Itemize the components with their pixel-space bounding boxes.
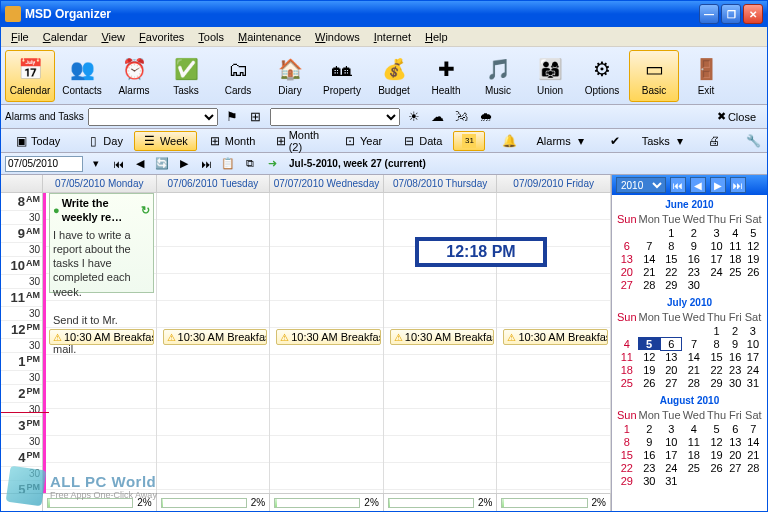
day-header[interactable]: 07/08/2010 Thursday (384, 175, 498, 192)
month2-view-button[interactable]: ⊞Month (2) (266, 126, 332, 156)
tasks-button[interactable]: ✅Tasks (161, 50, 211, 102)
percent-cell: 2% (384, 494, 498, 511)
close-button[interactable]: ✕ (743, 4, 763, 24)
menu-file[interactable]: File (5, 29, 35, 45)
event-item[interactable]: ⚠10:30 AM Breakfast…↻ (503, 329, 608, 345)
filter-icon-2[interactable]: ⊞ (246, 107, 266, 127)
health-icon: ✚ (432, 55, 460, 83)
event-item[interactable]: ⚠10:30 AM Breakfast…↻ (163, 329, 268, 345)
mini-calendar[interactable]: June 2010SunMonTueWedThuFriSat1234567891… (612, 195, 767, 293)
sun-icon[interactable]: ☀ (404, 107, 424, 127)
mini-calendar[interactable]: July 2010SunMonTueWedThuFriSat1234567891… (612, 293, 767, 391)
next-button[interactable]: ▶ (175, 155, 193, 173)
alarms-menu[interactable]: Alarms▾ (527, 131, 596, 151)
month-view-button[interactable]: ⊞Month (199, 131, 265, 151)
cards-button[interactable]: 🗂Cards (213, 50, 263, 102)
diary-icon: 🏠 (276, 55, 304, 83)
nav-icon-1[interactable]: 📋 (219, 155, 237, 173)
year-last[interactable]: ⏭ (730, 177, 746, 193)
nav-icon-2[interactable]: ⧉ (241, 155, 259, 173)
close-panel-button[interactable]: ✖ Close (710, 108, 763, 125)
day-column[interactable]: ●Write the weekly re…↻I have to write a … (43, 193, 157, 493)
health-button[interactable]: ✚Health (421, 50, 471, 102)
calendar-icon: 📅 (16, 55, 44, 83)
menu-tools[interactable]: Tools (192, 29, 230, 45)
tasks-menu[interactable]: Tasks▾ (633, 131, 696, 151)
year-bar: 2010 ⏮ ◀ ▶ ⏭ (612, 175, 767, 195)
print-icon: 🖨 (707, 134, 721, 148)
day-header[interactable]: 07/05/2010 Monday (43, 175, 157, 192)
menu-windows[interactable]: Windows (309, 29, 366, 45)
menu-favorites[interactable]: Favorites (133, 29, 190, 45)
alarms-button[interactable]: ⏰Alarms (109, 50, 159, 102)
data-icon: ⊟ (402, 134, 416, 148)
tool-button[interactable]: 🔧 (738, 131, 768, 151)
property-button[interactable]: 🏘Property (317, 50, 367, 102)
music-icon: 🎵 (484, 55, 512, 83)
mini-calendar[interactable]: August 2010SunMonTueWedThuFriSat12345678… (612, 391, 767, 489)
diary-button[interactable]: 🏠Diary (265, 50, 315, 102)
prev-button[interactable]: ◀ (131, 155, 149, 173)
property-icon: 🏘 (328, 55, 356, 83)
options-icon: ⚙ (588, 55, 616, 83)
view-toolbar: ▣Today ▯Day ☰Week ⊞Month ⊞Month (2) ⊡Yea… (1, 129, 767, 153)
cloud-icon[interactable]: ☁ (428, 107, 448, 127)
first-button[interactable]: ⏮ (109, 155, 127, 173)
minimize-button[interactable]: — (699, 4, 719, 24)
menu-view[interactable]: View (95, 29, 131, 45)
options-button[interactable]: ⚙Options (577, 50, 627, 102)
task-item[interactable]: ●Write the weekly re…↻I have to write a … (49, 193, 154, 293)
exit-button[interactable]: 🚪Exit (681, 50, 731, 102)
year-prev[interactable]: ◀ (690, 177, 706, 193)
calendar-area: 07/05/2010 Monday07/06/2010 Tuesday07/07… (1, 175, 612, 511)
day-view-button[interactable]: ▯Day (77, 131, 132, 151)
task-toggle[interactable]: ✔ (599, 131, 631, 151)
year-view-button[interactable]: ⊡Year (334, 131, 391, 151)
date-input[interactable] (5, 156, 83, 172)
budget-button[interactable]: 💰Budget (369, 50, 419, 102)
titlebar: MSD Organizer — ❐ ✕ (1, 1, 767, 27)
filter-icon-1[interactable]: ⚑ (222, 107, 242, 127)
rain-icon[interactable]: 🌧 (476, 107, 496, 127)
day-header[interactable]: 07/07/2010 Wednesday (270, 175, 384, 192)
day-column[interactable]: ⚠10:30 AM Breakfast…↻ (270, 193, 384, 493)
maximize-button[interactable]: ❐ (721, 4, 741, 24)
calendar-button[interactable]: 📅Calendar (5, 50, 55, 102)
today-button[interactable]: ▣Today (5, 131, 69, 151)
week-grid[interactable]: 8AM309AM3010AM3011AM3012PM301PM302PM303P… (1, 193, 611, 493)
last-button[interactable]: ⏭ (197, 155, 215, 173)
basic-button[interactable]: ▭Basic (629, 50, 679, 102)
union-button[interactable]: 👨‍👩‍👧Union (525, 50, 575, 102)
highlight-button[interactable]: 31 (453, 131, 485, 151)
contacts-icon: 👥 (68, 55, 96, 83)
day-header[interactable]: 07/06/2010 Tuesday (157, 175, 271, 192)
event-item[interactable]: ⚠10:30 AM Breakfast…↻ (390, 329, 495, 345)
event-item[interactable]: ⚠10:30 AM Breakfast time↻ (49, 329, 154, 345)
exit-icon: 🚪 (692, 55, 720, 83)
day-headers: 07/05/2010 Monday07/06/2010 Tuesday07/07… (1, 175, 611, 193)
menu-help[interactable]: Help (419, 29, 454, 45)
event-item[interactable]: ⚠10:30 AM Breakfast…↻ (276, 329, 381, 345)
data-view-button[interactable]: ⊟Data (393, 131, 451, 151)
year-first[interactable]: ⏮ (670, 177, 686, 193)
contacts-button[interactable]: 👥Contacts (57, 50, 107, 102)
year-next[interactable]: ▶ (710, 177, 726, 193)
day-column[interactable]: ⚠10:30 AM Breakfast…↻ (157, 193, 271, 493)
menu-maintenance[interactable]: Maintenance (232, 29, 307, 45)
week-view-button[interactable]: ☰Week (134, 131, 197, 151)
filter-select-1[interactable] (88, 108, 218, 126)
check-icon: ✔ (608, 134, 622, 148)
goto-arrow-icon[interactable]: ➜ (263, 155, 281, 173)
day-header[interactable]: 07/09/2010 Friday (497, 175, 611, 192)
refresh-button[interactable]: 🔄 (153, 155, 171, 173)
print-button[interactable]: 🖨 (698, 131, 730, 151)
date-dropdown[interactable]: ▾ (87, 155, 105, 173)
filter-label: Alarms and Tasks (5, 111, 84, 122)
wind-icon[interactable]: 🌬 (452, 107, 472, 127)
menu-internet[interactable]: Internet (368, 29, 417, 45)
music-button[interactable]: 🎵Music (473, 50, 523, 102)
menu-calendar[interactable]: Calendar (37, 29, 94, 45)
year-select[interactable]: 2010 (616, 177, 666, 193)
alarm-toggle[interactable]: 🔔 (493, 131, 525, 151)
filter-select-2[interactable] (270, 108, 400, 126)
